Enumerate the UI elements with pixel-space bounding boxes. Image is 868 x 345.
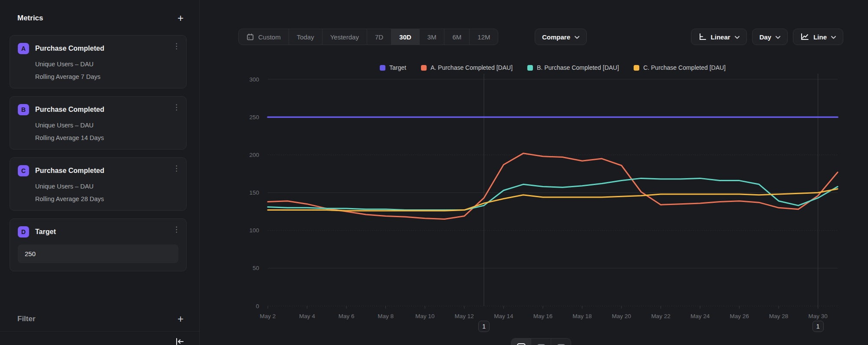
x-axis-label: May 6 bbox=[339, 313, 355, 319]
view-chart-button[interactable] bbox=[511, 338, 531, 345]
y-axis-label: 50 bbox=[253, 265, 259, 271]
metrics-report-page: Metrics + APurchase Completed⋮Unique Use… bbox=[0, 0, 868, 345]
metric-letter-badge: A bbox=[18, 43, 29, 54]
metric-card-c[interactable]: CPurchase Completed⋮Unique Users – DAURo… bbox=[10, 157, 187, 211]
metric-card-header: BPurchase Completed bbox=[18, 104, 178, 115]
x-axis-label: May 26 bbox=[730, 313, 749, 319]
y-axis-label: 300 bbox=[249, 76, 259, 83]
filter-section: Filter + bbox=[17, 315, 184, 323]
metric-measure: Unique Users – DAU bbox=[35, 122, 178, 129]
x-axis-label: May 22 bbox=[651, 313, 670, 319]
target-value-input[interactable] bbox=[18, 244, 178, 263]
y-axis-label: 100 bbox=[249, 227, 259, 234]
metric-card-header: CPurchase Completed bbox=[18, 165, 178, 176]
filter-label: Filter bbox=[17, 315, 36, 323]
metric-title: Purchase Completed bbox=[35, 45, 104, 52]
x-axis-label: May 16 bbox=[533, 313, 552, 319]
x-axis-label: May 8 bbox=[378, 313, 394, 319]
series-line-c bbox=[268, 189, 838, 211]
metric-rolling-average: Rolling Average 14 Days bbox=[35, 134, 178, 141]
x-axis-label: May 4 bbox=[299, 313, 315, 319]
kebab-menu-icon[interactable]: ⋮ bbox=[173, 165, 180, 172]
metric-card-header: DTarget bbox=[18, 226, 178, 238]
y-axis-label: 150 bbox=[249, 189, 259, 196]
add-filter-icon[interactable]: + bbox=[178, 315, 184, 323]
x-axis-label: May 20 bbox=[612, 313, 631, 319]
sidebar-divider bbox=[0, 331, 199, 332]
metric-rolling-average: Rolling Average 28 Days bbox=[35, 195, 178, 202]
kebab-menu-icon[interactable]: ⋮ bbox=[173, 104, 180, 111]
chart-panel-icon bbox=[517, 343, 526, 345]
metrics-title: Metrics bbox=[17, 14, 43, 23]
view-row-button[interactable] bbox=[531, 338, 551, 345]
kebab-menu-icon[interactable]: ⋮ bbox=[173, 42, 180, 50]
metric-title: Target bbox=[35, 228, 56, 236]
metric-measure: Unique Users – DAU bbox=[35, 61, 178, 68]
x-axis-label: May 10 bbox=[415, 313, 434, 319]
metric-title: Purchase Completed bbox=[35, 106, 104, 114]
collapse-sidebar-button[interactable] bbox=[175, 337, 184, 345]
y-axis-label: 200 bbox=[249, 152, 259, 158]
x-axis-label: May 24 bbox=[690, 313, 710, 319]
metric-card-b[interactable]: BPurchase Completed⋮Unique Users – DAURo… bbox=[10, 96, 187, 150]
x-axis-label: May 12 bbox=[455, 313, 474, 319]
add-metric-icon[interactable]: + bbox=[178, 14, 184, 23]
view-table-button[interactable] bbox=[551, 338, 571, 345]
metric-letter-badge: C bbox=[18, 165, 29, 176]
metric-measure: Unique Users – DAU bbox=[35, 183, 178, 190]
view-switcher bbox=[511, 338, 571, 345]
chart-panel: CustomTodayYesterday7D30D3M6M12M Compare… bbox=[200, 0, 868, 345]
metric-title: Purchase Completed bbox=[35, 167, 104, 175]
metric-card-list: APurchase Completed⋮Unique Users – DAURo… bbox=[10, 35, 187, 279]
y-axis-label: 0 bbox=[256, 303, 259, 309]
metric-card-a[interactable]: APurchase Completed⋮Unique Users – DAURo… bbox=[10, 35, 187, 88]
metric-card-header: APurchase Completed bbox=[18, 43, 178, 54]
x-axis-label: May 28 bbox=[769, 313, 788, 319]
x-axis-label: May 2 bbox=[260, 313, 276, 319]
target-card[interactable]: DTarget⋮ bbox=[10, 218, 187, 271]
metric-letter-badge: B bbox=[18, 104, 29, 115]
metric-letter-badge: D bbox=[18, 226, 29, 238]
annotation-badge[interactable]: 1 bbox=[812, 321, 824, 332]
metrics-sidebar: Metrics + APurchase Completed⋮Unique Use… bbox=[0, 0, 200, 345]
annotation-badge[interactable]: 1 bbox=[478, 321, 490, 332]
kebab-menu-icon[interactable]: ⋮ bbox=[173, 226, 180, 234]
x-axis-label: May 30 bbox=[809, 313, 828, 319]
metrics-header: Metrics + bbox=[17, 14, 184, 23]
y-axis-label: 250 bbox=[249, 114, 259, 120]
x-axis-label: May 14 bbox=[494, 313, 513, 319]
metric-rolling-average: Rolling Average 7 Days bbox=[35, 73, 178, 80]
collapse-sidebar-icon bbox=[175, 337, 184, 345]
line-chart: 050100150200250300May 2May 4May 6May 8Ma… bbox=[200, 0, 868, 345]
x-axis-label: May 18 bbox=[572, 313, 592, 319]
